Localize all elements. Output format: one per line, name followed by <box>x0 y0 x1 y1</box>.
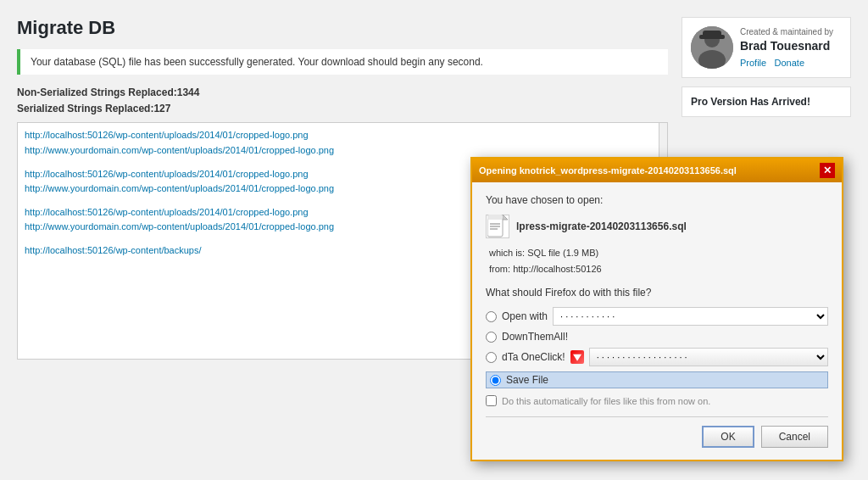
downthemall-label: DownThemAll! <box>502 331 828 343</box>
avatar <box>691 26 733 69</box>
from-row: from: http://localhost:50126 <box>489 261 828 277</box>
save-file-radio[interactable] <box>490 375 501 386</box>
author-info: Created & maintained by Brad Touesnard P… <box>740 26 842 69</box>
save-file-row: Save File <box>486 371 828 388</box>
author-name: Brad Touesnard <box>740 38 842 55</box>
donate-link[interactable]: Donate <box>775 58 804 68</box>
success-message: Your database (SQL) file has been succes… <box>31 56 483 68</box>
cancel-button[interactable]: Cancel <box>761 426 828 448</box>
dialog-intro: You have chosen to open: <box>486 194 828 206</box>
author-inner: Created & maintained by Brad Touesnard P… <box>691 26 842 69</box>
dta-select[interactable]: · · · · · · · · · · · · · · · · · · <box>589 348 828 366</box>
dta-arrow-icon <box>573 354 581 361</box>
dta-oneclick-label: dTa OneClick! · · · · · · · · · · · · · … <box>502 348 828 366</box>
file-type-label: which is: <box>489 248 525 258</box>
author-links: Profile Donate <box>740 57 842 69</box>
open-with-select[interactable]: · · · · · · · · · · · <box>553 307 828 326</box>
file-type-row: which is: SQL file (1.9 MB) <box>489 245 828 261</box>
filename: lpress-migrate-20140203113656.sql <box>516 220 687 232</box>
checkbox-row: Do this automatically for files like thi… <box>486 395 828 406</box>
svg-rect-7 <box>487 215 503 220</box>
open-with-label: Open with · · · · · · · · · · · <box>502 307 828 326</box>
file-icon <box>486 215 509 238</box>
author-meta: Created & maintained by <box>740 26 842 38</box>
radio-group: Open with · · · · · · · · · · · DownThem… <box>486 307 828 388</box>
dialog-close-button[interactable]: ✕ <box>820 163 835 178</box>
serialized-stat: Serialized Strings Replaced:127 <box>17 101 668 117</box>
open-with-radio[interactable] <box>486 311 497 322</box>
log-link[interactable]: http://www.yourdomain.com/wp-content/upl… <box>25 143 660 159</box>
pro-title: Pro Version Has Arrived! <box>691 96 810 108</box>
file-info-row: lpress-migrate-20140203113656.sql <box>486 215 828 238</box>
profile-link[interactable]: Profile <box>740 58 766 68</box>
non-serialized-stat: Non-Serialized Strings Replaced:1344 <box>17 85 668 101</box>
avatar-image <box>691 26 733 69</box>
auto-action-label: Do this automatically for files like thi… <box>502 396 710 406</box>
page-title: Migrate DB <box>17 17 668 39</box>
dialog-question: What should Firefox do with this file? <box>486 287 828 299</box>
svg-rect-4 <box>703 31 721 39</box>
dialog-body: You have chosen to open: lpress-migrate-… <box>472 182 842 460</box>
firefox-dialog: Opening knotrick_wordpress-migrate-20140… <box>470 157 843 461</box>
save-file-label: Save File <box>506 374 548 386</box>
from-value: http://localhost:50126 <box>513 264 602 274</box>
file-details: which is: SQL file (1.9 MB) from: http:/… <box>489 245 828 276</box>
pro-box: Pro Version Has Arrived! <box>682 87 851 117</box>
success-notice: Your database (SQL) file has been succes… <box>17 49 668 75</box>
dta-icon <box>570 350 584 364</box>
open-with-row: Open with · · · · · · · · · · · <box>486 307 828 326</box>
log-group-1: http://localhost:50126/wp-content/upload… <box>25 128 660 158</box>
svg-marker-6 <box>503 215 508 220</box>
ok-button[interactable]: OK <box>702 426 754 448</box>
dta-oneclick-radio[interactable] <box>486 352 497 363</box>
file-name-display: lpress-migrate-20140203113656.sql <box>516 220 687 232</box>
author-box: Created & maintained by Brad Touesnard P… <box>682 17 851 78</box>
dialog-titlebar: Opening knotrick_wordpress-migrate-20140… <box>472 159 842 182</box>
log-link[interactable]: http://localhost:50126/wp-content/upload… <box>25 128 660 143</box>
downthemall-radio[interactable] <box>486 332 497 343</box>
stats-area: Non-Serialized Strings Replaced:1344 Ser… <box>17 85 668 117</box>
from-label: from: <box>489 264 510 274</box>
auto-action-checkbox[interactable] <box>486 395 497 406</box>
dta-oneclick-row: dTa OneClick! · · · · · · · · · · · · · … <box>486 348 828 366</box>
dialog-footer: OK Cancel <box>486 416 828 448</box>
file-type-value: SQL file (1.9 MB) <box>527 248 598 258</box>
downthemall-row: DownThemAll! <box>486 331 828 343</box>
dialog-title: Opening knotrick_wordpress-migrate-20140… <box>479 165 820 176</box>
